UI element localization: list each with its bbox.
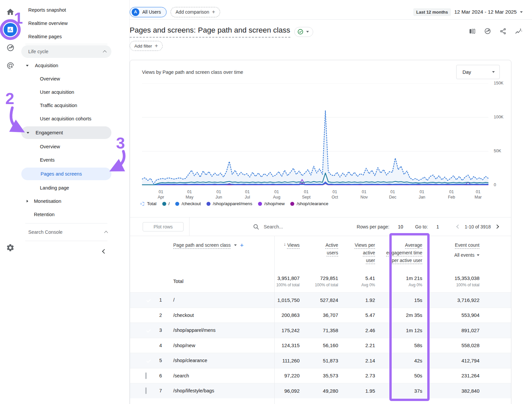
report-status-menu[interactable] — [294, 27, 313, 37]
goto-input[interactable]: 1 — [437, 224, 439, 229]
table-body: 1/1,015,750527,8241.9215s3,716,9222/chec… — [130, 292, 511, 398]
views-cell: 200,863 — [256, 312, 300, 318]
divider — [25, 223, 107, 223]
legend-item[interactable]: Total — [141, 201, 157, 206]
row-number: 3 — [155, 328, 167, 333]
date-range-picker[interactable]: Last 12 months 12 Mar 2024 - 12 Mar 2025 — [413, 8, 523, 16]
sidebar-item-retention[interactable]: Retention — [21, 208, 129, 221]
sidebar-item-acquisition[interactable]: Acquisition — [21, 59, 129, 72]
sidebar-item-realtime-pages[interactable]: Realtime pages — [21, 30, 129, 43]
section-life-cycle[interactable]: Life cycle — [21, 45, 111, 58]
rows-per-page-value[interactable]: 10 — [398, 224, 403, 229]
section-search-console[interactable]: Search Console — [21, 224, 129, 240]
sidebar-item-monetisation[interactable]: Monetisation — [21, 195, 129, 208]
legend-swatch — [258, 202, 262, 206]
chevron-down-icon — [234, 244, 237, 246]
customize-report-icon[interactable] — [468, 28, 476, 36]
line-chart[interactable] — [142, 83, 488, 185]
sidebar-item-landing-page[interactable]: Landing page — [21, 181, 129, 195]
avg-engagement-header-label: Average engagement time per active user — [383, 241, 422, 264]
next-page-icon[interactable] — [495, 224, 499, 229]
plus-icon: + — [155, 43, 158, 49]
chart-title: Views by Page path and screen class over… — [142, 69, 243, 75]
add-comparison-label: Add comparison — [176, 9, 209, 15]
sidebar-item-label: Realtime overview — [28, 21, 67, 26]
sidebar-item-events[interactable]: Events — [21, 153, 129, 167]
section-label: Search Console — [28, 229, 63, 235]
table-row: 3/shop/apparel/mens175,24271,3582.461m 1… — [130, 323, 511, 338]
add-filter-button[interactable]: Add filter + — [130, 41, 163, 51]
anomaly-detection-icon[interactable] — [484, 27, 491, 36]
advertising-icon[interactable] — [4, 59, 17, 72]
prev-page-icon[interactable] — [457, 224, 461, 229]
sidebar-item-eng-overview[interactable]: Overview — [21, 140, 129, 153]
insights-icon[interactable] — [515, 27, 523, 37]
collapse-sidebar-icon[interactable] — [103, 249, 106, 254]
legend-item[interactable]: /shop/clearance — [290, 201, 328, 206]
views-per-active-user-column-header[interactable]: Views per active user — [338, 241, 375, 264]
x-tick-label: 01 Nov — [360, 189, 368, 200]
sidebar-item-engagement[interactable]: Engagement — [21, 126, 111, 139]
legend-item[interactable]: / — [162, 201, 170, 206]
report-card: Views by Page path and screen class over… — [130, 60, 511, 404]
reports-icon[interactable] — [4, 23, 17, 36]
dimension-header[interactable]: Page path and screen class + — [167, 241, 256, 249]
chevron-down-icon — [520, 11, 523, 13]
sidebar-item-pages-and-screens[interactable]: Pages and screens — [21, 168, 111, 180]
sidebar-item-traffic-acquisition[interactable]: Traffic acquisition — [21, 99, 129, 112]
legend-item[interactable]: /shop/apparel/mens — [206, 201, 252, 206]
check-circle-icon — [297, 29, 304, 35]
granularity-select[interactable]: Day — [456, 65, 500, 79]
plot-rows-button[interactable]: Plot rows — [143, 222, 184, 231]
total-views: 3,951,807100% of total — [256, 275, 300, 287]
page-path-cell: / — [167, 297, 256, 303]
sidebar-item-realtime-overview[interactable]: Realtime overview — [21, 17, 129, 30]
legend-item[interactable]: /checkout — [175, 201, 201, 206]
row-number: 7 — [155, 388, 167, 393]
sidebar-item-label: Overview — [40, 76, 60, 81]
row-checkbox[interactable] — [145, 387, 147, 394]
page-path-cell: /shop/clearance — [167, 358, 256, 363]
event-count-cell: 412,794 — [430, 358, 479, 363]
views-column-header[interactable]: ↓ Views — [256, 241, 300, 249]
active-users-header-label: Active users — [320, 241, 338, 257]
sidebar-item-label: Landing page — [40, 185, 69, 191]
divider — [189, 217, 190, 236]
chevron-down-icon — [492, 71, 495, 73]
table-row: 4/shop/new124,31556,1602.2158s558,028 — [130, 338, 511, 353]
page-path-cell: /search — [167, 373, 256, 378]
row-number: 4 — [155, 343, 167, 348]
segment-avatar: A — [132, 8, 139, 16]
active-users-column-header[interactable]: Active users — [300, 241, 338, 257]
legend-item[interactable]: /shop/new — [258, 201, 285, 206]
event-count-column-header[interactable]: Event count All events — [430, 241, 479, 258]
sidebar-item-user-acquisition[interactable]: User acquisition — [21, 85, 129, 99]
divider — [25, 44, 107, 44]
avg-engagement-column-header[interactable]: Average engagement time per active user — [375, 241, 430, 264]
sidebar-item-label: Reports snapshot — [28, 7, 66, 13]
sidebar-item-label: Retention — [34, 212, 55, 217]
home-icon[interactable] — [4, 5, 17, 19]
avg-engagement-cell: 42s — [375, 358, 430, 363]
row-checkbox[interactable] — [145, 372, 147, 379]
views-cell: 175,242 — [256, 328, 300, 333]
sidebar-item-label: Acquisition — [35, 63, 58, 68]
vpau-cell: 1.92 — [338, 297, 375, 303]
active-users-cell: 56,160 — [300, 342, 338, 348]
table-row: 7/shop/lifestyle/bags96,09249,2801.9537s… — [130, 383, 511, 398]
active-users-cell: 49,280 — [300, 388, 338, 394]
x-tick-label: 01 Dec — [389, 189, 396, 200]
explore-icon[interactable] — [4, 41, 17, 54]
event-filter-dropdown[interactable]: All events — [430, 252, 479, 258]
sidebar-item-user-acquisition-cohorts[interactable]: User acquisition cohorts — [21, 112, 129, 125]
all-users-segment-chip[interactable]: A All Users — [130, 7, 167, 17]
add-comparison-button[interactable]: Add comparison + — [171, 7, 220, 17]
expand-caret-icon — [26, 65, 29, 67]
add-dimension-icon[interactable]: + — [240, 242, 244, 249]
sidebar-item-acq-overview[interactable]: Overview — [21, 72, 129, 85]
legend-swatch — [206, 202, 210, 206]
search-input[interactable] — [264, 224, 337, 229]
settings-gear-icon[interactable] — [4, 241, 17, 254]
share-icon[interactable] — [499, 28, 507, 36]
sidebar-item-reports-snapshot[interactable]: Reports snapshot — [21, 3, 129, 17]
